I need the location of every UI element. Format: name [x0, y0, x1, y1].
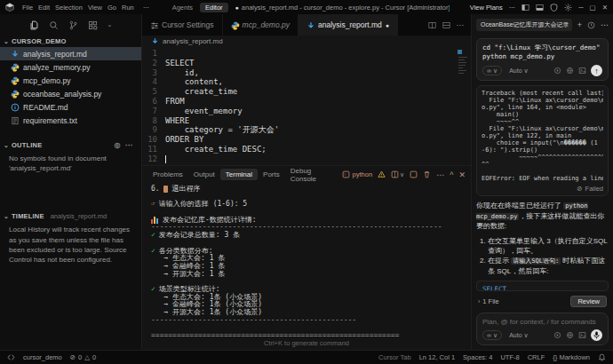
menu-run[interactable]: Run [119, 4, 137, 12]
panel-tab-debug-console[interactable]: Debug Console [285, 165, 342, 185]
code-line[interactable]: 6FROM [142, 97, 471, 107]
status-spaces-4[interactable]: Spaces: 4 [463, 353, 492, 361]
split-editor-icon[interactable] [428, 21, 436, 29]
titlebar-overflow[interactable]: ⋯ [509, 4, 516, 12]
web-icon[interactable] [566, 67, 574, 75]
new-chat-icon[interactable]: + [577, 20, 582, 29]
maximize-button[interactable]: ▢ [590, 4, 596, 12]
tab-Cursor Settings[interactable]: Cursor Settings [142, 14, 223, 36]
view-plans-button[interactable]: View Plans [470, 4, 503, 12]
breadcrumb[interactable]: analysis_report.md [142, 36, 471, 47]
dirty-dot[interactable]: ● [386, 22, 389, 28]
model-selector[interactable]: Auto∨ [506, 330, 532, 340]
panel-tab-output[interactable]: Output [188, 169, 220, 180]
status-ln-12-col-1[interactable]: Ln 12, Col 1 [419, 353, 455, 361]
toggle-panel-icon[interactable] [536, 4, 544, 12]
chevron-down-icon[interactable]: ∨ [400, 171, 404, 178]
user-prompt-bubble[interactable]: cd "f:\Linux 学习\cursor_demo"python mcp_d… [476, 38, 609, 81]
editor-more-actions-icon[interactable]: ⋯ [457, 20, 465, 29]
filter-icon[interactable]: ◎ [115, 141, 121, 149]
project-name[interactable]: cursor_demo [23, 353, 62, 361]
remote-indicator[interactable] [7, 353, 15, 361]
file-item-requirements.txt[interactable]: requirements.txt [0, 114, 141, 127]
minimize-button[interactable]: ─ [578, 4, 583, 12]
code-editor[interactable]: 12SELECT3 id,4 content,5 create_time6FRO… [142, 47, 471, 165]
tab-analysis_report.md[interactable]: analysis_report.md● [299, 14, 398, 36]
code-line[interactable]: 7 event_memory [142, 107, 471, 116]
menu-file[interactable]: File [20, 4, 36, 12]
timeline-section-header[interactable]: ⌄TIMELINEanalysis_report.md [0, 210, 141, 222]
chevron-down-icon[interactable]: ⌄ [107, 21, 113, 28]
panel-tab-ports[interactable]: Ports [258, 169, 285, 180]
web-icon[interactable] [566, 331, 574, 339]
split-terminal-icon[interactable] [391, 170, 399, 178]
image-icon[interactable] [578, 331, 586, 339]
menu-overflow[interactable]: ⋯ [140, 4, 153, 12]
search-icon[interactable] [49, 20, 59, 30]
status-utf-8[interactable]: UTF-8 [500, 353, 519, 361]
context-icon[interactable] [553, 67, 561, 75]
minimap[interactable] [458, 50, 468, 112]
model-selector[interactable]: Auto∨ [506, 66, 532, 75]
source-control-icon[interactable] [68, 20, 78, 30]
problems-indicator[interactable]: ⊘0△0 [70, 353, 96, 361]
explorer-section-header[interactable]: ⌄CURSOR_DEMO [0, 36, 141, 47]
file-item-mcp_demo.py[interactable]: mcp_demo.py [0, 74, 141, 87]
menu-view[interactable]: View [85, 4, 105, 12]
file-item-README.md[interactable]: README.md [0, 100, 141, 114]
panel-more-actions-icon[interactable]: ⋯ [436, 170, 444, 179]
more-actions-icon[interactable]: ⋯ [125, 141, 132, 149]
status-crlf[interactable]: CRLF [528, 353, 545, 361]
panel-tab-problems[interactable]: Problems [147, 169, 188, 180]
status--markdown[interactable]: {} Markdown [553, 353, 590, 361]
changed-files-row[interactable]: › 1 File Review [476, 296, 609, 307]
close-panel-icon[interactable]: ✕ [458, 170, 466, 179]
trash-icon[interactable] [423, 170, 431, 178]
code-line[interactable]: 9 category = '开源大会' [142, 125, 471, 135]
shield-icon[interactable] [550, 4, 558, 12]
file-item-analysis_report.md[interactable]: analysis_report.md [0, 47, 141, 60]
new-terminal-icon[interactable] [410, 170, 418, 178]
history-icon[interactable] [587, 21, 595, 29]
code-line[interactable]: 10ORDER BY [142, 135, 471, 145]
code-line[interactable]: 1 [142, 49, 471, 59]
code-line[interactable]: 5 create_time [142, 87, 471, 97]
sql-code-block[interactable]: SELECT id, content, create_timeFROM [476, 281, 609, 291]
tab-mcp_demo.py[interactable]: mcp_demo.py [223, 14, 299, 36]
agent-mode-selector[interactable]: ∞∨ [482, 330, 502, 340]
toggle-layout-icon[interactable] [442, 21, 450, 29]
agent-mode-selector[interactable]: ∞∨ [482, 66, 502, 75]
code-line[interactable]: 12 [142, 154, 471, 164]
menu-selection[interactable]: Selection [52, 4, 85, 12]
extensions-icon[interactable] [88, 20, 98, 30]
mic-button[interactable] [591, 329, 602, 341]
file-item-oceanbase_analysis.py[interactable]: oceanbase_analysis.py [0, 87, 141, 100]
maximize-panel-icon[interactable]: ^ [450, 170, 453, 179]
review-button[interactable]: Review [570, 296, 607, 307]
toggle-sidebar-icon[interactable] [521, 4, 529, 12]
image-icon[interactable] [578, 67, 586, 75]
chat-tab[interactable]: OceanBase记忆库开源大会记录 [476, 19, 572, 31]
code-line[interactable]: 8WHERE [142, 116, 471, 126]
close-button[interactable]: ✕ [602, 4, 608, 12]
file-item-analyze_memory.py[interactable]: analyze_memory.py [0, 60, 141, 74]
context-icon[interactable] [553, 331, 561, 339]
menu-edit[interactable]: Edit [36, 4, 52, 12]
editor-toggle[interactable]: Editor [200, 3, 228, 12]
menu-go[interactable]: Go [105, 4, 119, 12]
code-line[interactable]: 2SELECT [142, 59, 471, 68]
terminal-process-badge[interactable]: python [342, 170, 373, 178]
send-button[interactable]: ↑ [591, 65, 602, 76]
panel-tab-terminal[interactable]: Terminal [220, 169, 258, 180]
bell-icon[interactable] [598, 353, 606, 361]
gear-icon[interactable] [564, 4, 572, 12]
terminal[interactable]: 6. 退出程序☞请输入你的选择 (1-6): 5发布会记忆库-数据统计详情:--… [142, 183, 471, 339]
chat-more-actions-icon[interactable]: ⋯ [601, 20, 609, 29]
code-line[interactable]: 11 create_time DESC; [142, 145, 471, 154]
status-cursor-tab[interactable]: Cursor Tab [378, 353, 411, 361]
agents-toggle[interactable]: Agents [172, 4, 193, 12]
outline-section-header[interactable]: ⌄OUTLINE ◎⋯ [0, 139, 141, 151]
code-line[interactable]: 4 content, [142, 77, 471, 87]
code-line[interactable]: 3 id, [142, 68, 471, 78]
explorer-icon[interactable] [29, 20, 39, 30]
